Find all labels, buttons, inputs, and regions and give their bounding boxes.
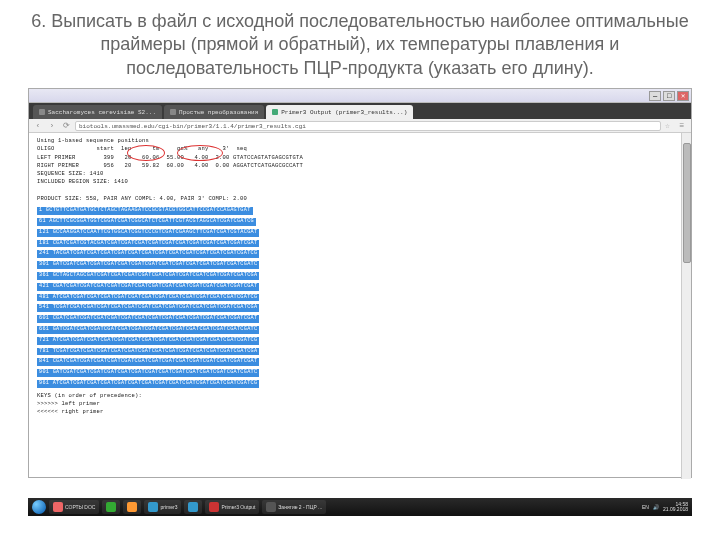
tab-strip: Saccharomyces cerevisiae S2... Простые п… [29, 103, 691, 119]
taskbar-item[interactable]: Primer3 Output [205, 500, 259, 514]
tab-icon [170, 109, 176, 115]
tab-label: Простые преобразования [179, 109, 258, 116]
url-input[interactable]: biotools.umassmed.edu/cgi-bin/primer3/1.… [75, 121, 661, 131]
taskbar-item[interactable]: СОРТЫ DOC [49, 500, 99, 514]
sequence-row[interactable]: 541 TCGATCGATCGATCGATCGATCGATCGATCGATCGA… [37, 304, 259, 312]
vertical-scrollbar[interactable] [681, 133, 691, 479]
sequence-row[interactable]: 481 ATCGATCGATCGATCGATCGATCGATCGATCGATCG… [37, 294, 259, 302]
scroll-thumb[interactable] [683, 143, 691, 263]
app-icon [106, 502, 116, 512]
bookmark-icon[interactable]: ☆ [665, 121, 673, 130]
sequence-row[interactable]: 241 TACGATCGATCGATCGATCGATCGATCGATCGATCG… [37, 250, 259, 258]
browser-window: — □ ✕ Saccharomyces cerevisiae S2... Про… [28, 88, 692, 478]
sound-icon[interactable]: 🔊 [653, 504, 659, 510]
app-icon [148, 502, 158, 512]
tab-label: Primer3 Output (primer3_results...) [281, 109, 407, 116]
keys-block: KEYS (in order of precedence): >>>>>> le… [37, 392, 683, 417]
language-indicator[interactable]: EN [642, 504, 649, 510]
address-bar: ‹ › ⟳ biotools.umassmed.edu/cgi-bin/prim… [29, 119, 691, 133]
close-button[interactable]: ✕ [677, 91, 689, 101]
window-titlebar: — □ ✕ [29, 89, 691, 103]
sequence-row[interactable]: 181 CGATCGATCGTACGATCGATCGATCGATCGATCGAT… [37, 240, 259, 248]
back-button[interactable]: ‹ [33, 121, 43, 131]
tab-icon [272, 109, 278, 115]
app-icon [266, 502, 276, 512]
page-content: Using 1-based sequence positions OLIGO s… [29, 133, 691, 475]
sequence-row[interactable]: 661 GATCGATCGATCGATCGATCGATCGATCGATCGATC… [37, 326, 259, 334]
tab-label: Saccharomyces cerevisiae S2... [48, 109, 156, 116]
sequence-row[interactable]: 781 TCGATCGATCGATCGATCGATCGATCGATCGATCGA… [37, 348, 259, 356]
taskbar-item[interactable]: Занятие 2 - ПЦР ... [262, 500, 326, 514]
app-icon [53, 502, 63, 512]
tab-icon [39, 109, 45, 115]
clock[interactable]: 14:58 21.09.2018 [663, 502, 688, 512]
reload-button[interactable]: ⟳ [61, 121, 71, 131]
taskbar-item[interactable] [123, 500, 141, 514]
start-button[interactable] [32, 500, 46, 514]
minimize-button[interactable]: — [649, 91, 661, 101]
taskbar: СОРТЫ DOC primer3 Primer3 Output Занятие… [28, 498, 692, 516]
menu-button[interactable]: ≡ [677, 121, 687, 131]
maximize-button[interactable]: □ [663, 91, 675, 101]
tab-primer3-output[interactable]: Primer3 Output (primer3_results...) [266, 105, 413, 119]
sequence-row[interactable]: 901 GATCGATCGATCGATCGATCGATCGATCGATCGATC… [37, 369, 259, 377]
sequence-row[interactable]: 601 CGATCGATCGATCGATCGATCGATCGATCGATCGAT… [37, 315, 259, 323]
system-tray: EN 🔊 14:58 21.09.2018 [642, 502, 688, 512]
app-icon [188, 502, 198, 512]
taskbar-item[interactable] [184, 500, 202, 514]
sequence-row[interactable]: 361 GCTAGCTAGCGATCGATCGATCGATCGATCGATCGA… [37, 272, 259, 280]
sequence-row[interactable]: 421 CGATCGATCGATCGATCGATCGATCGATCGATCGAT… [37, 283, 259, 291]
tab-saccharomyces[interactable]: Saccharomyces cerevisiae S2... [33, 105, 162, 119]
forward-button[interactable]: › [47, 121, 57, 131]
taskbar-item[interactable] [102, 500, 120, 514]
app-icon [127, 502, 137, 512]
slide-title: 6. Выписать в файл с исходной последоват… [0, 0, 720, 88]
sequence-row[interactable]: 721 ATCGATCGATCGATCGATCGATCGATCGATCGATCG… [37, 337, 259, 345]
taskbar-item[interactable]: primer3 [144, 500, 181, 514]
sequence-row[interactable]: 121 GCCAAGGATCCAATTCGTGGCATCGGTCCCGTCGAT… [37, 229, 259, 237]
sequence-block: 1 GCTGTTCGATGATGCTCTAGCTAGAAGATCCGCGTACG… [37, 205, 683, 389]
app-icon [209, 502, 219, 512]
sequence-row[interactable]: 301 GATCGATCGATCGATCGATCGATCGATCGATCGATC… [37, 261, 259, 269]
sequence-row[interactable]: 841 CGATCGATCGATCGATCGATCGATCGATCGATCGAT… [37, 358, 259, 366]
sequence-row[interactable]: 61 AGCTTCGCGGATGGTCGGATCGATCGGCATCTCGATT… [37, 218, 256, 226]
tab-transform[interactable]: Простые преобразования [164, 105, 264, 119]
sequence-row[interactable]: 961 ATCGATCGATCGATCGATCGATCGATCGATCGATCG… [37, 380, 259, 388]
sequence-row[interactable]: 1 GCTGTTCGATGATGCTCTAGCTAGAAGATCCGCGTACG… [37, 207, 253, 215]
